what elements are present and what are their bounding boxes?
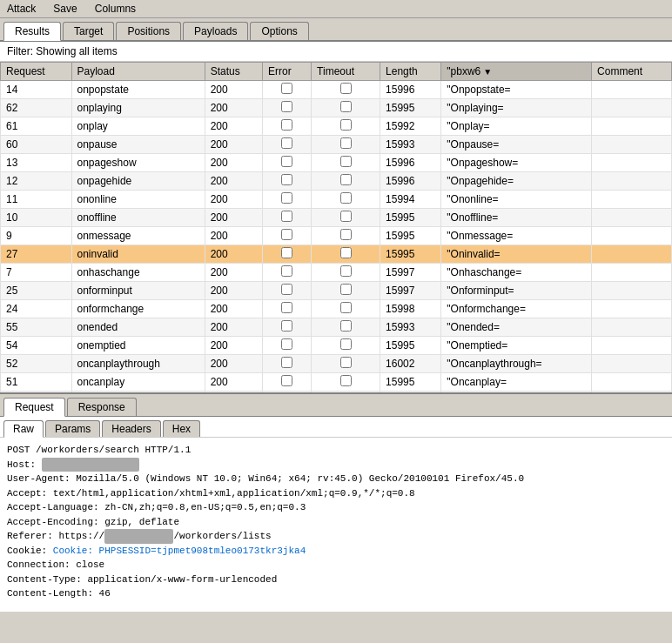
filter-text: Filter: Showing all items <box>7 45 118 57</box>
table-row[interactable]: 7onhaschange20015997"Onhaschange= <box>1 264 672 282</box>
timeout-checkbox[interactable] <box>340 192 352 204</box>
bottom-panel: Request Response Raw Params Headers Hex … <box>0 392 672 612</box>
sub-tab-response[interactable]: Response <box>67 398 137 416</box>
error-checkbox[interactable] <box>281 265 292 277</box>
host-value <box>42 458 139 472</box>
request-line-1: POST /workorders/search HTTP/1.1 <box>7 443 665 458</box>
col-status[interactable]: Status <box>205 63 262 81</box>
request-line-11: Content-Length: 46 <box>7 586 665 601</box>
inner-tab-hex[interactable]: Hex <box>163 420 200 437</box>
col-payload[interactable]: Payload <box>71 63 205 81</box>
menu-bar: Attack Save Columns <box>0 0 672 18</box>
request-body: POST /workorders/search HTTP/1.1 Host: U… <box>0 438 672 612</box>
table-row[interactable]: 51oncanplay20015995"Oncanplay= <box>1 373 672 392</box>
error-checkbox[interactable] <box>281 137 292 149</box>
timeout-checkbox[interactable] <box>340 211 352 222</box>
request-line-4: Accept: text/html,application/xhtml+xml,… <box>7 486 665 501</box>
table-header-row: Request Payload Status Error Timeout Len… <box>1 63 672 81</box>
timeout-checkbox[interactable] <box>340 119 352 131</box>
request-line-8: Cookie: Cookie: PHPSESSID=tjpmet908tmleo… <box>7 544 665 559</box>
timeout-checkbox[interactable] <box>340 375 352 386</box>
timeout-checkbox[interactable] <box>340 265 352 277</box>
error-checkbox[interactable] <box>281 192 292 204</box>
error-checkbox[interactable] <box>281 211 292 222</box>
inner-tab-params[interactable]: Params <box>45 420 100 437</box>
col-comment[interactable]: Comment <box>592 63 672 81</box>
table-row[interactable]: 24onformchange20015998"Onformchange= <box>1 300 672 318</box>
request-line-12 <box>7 601 665 613</box>
sort-arrow-icon: ▼ <box>483 67 492 77</box>
cookie-value: Cookie: PHPSESSID=tjpmet908tmleo0173tkr3… <box>53 546 306 556</box>
error-checkbox[interactable] <box>281 83 292 94</box>
tab-results[interactable]: Results <box>3 22 61 41</box>
main-tabs: Results Target Positions Payloads Option… <box>0 18 672 42</box>
timeout-checkbox[interactable] <box>340 137 352 149</box>
tab-payloads[interactable]: Payloads <box>183 22 248 40</box>
table-row[interactable]: 25onforminput20015997"Onforminput= <box>1 282 672 300</box>
timeout-checkbox[interactable] <box>340 302 352 313</box>
timeout-checkbox[interactable] <box>340 101 352 112</box>
table-row[interactable]: 54onemptied20015995"Onemptied= <box>1 337 672 355</box>
table-row[interactable]: 9onmessage20015995"Onmessage= <box>1 227 672 245</box>
request-line-7: Referer: https:// /workorders/lists <box>7 529 665 544</box>
table-row[interactable]: 27oninvalid20015995"Oninvalid= <box>1 245 672 264</box>
error-checkbox[interactable] <box>281 229 292 240</box>
error-checkbox[interactable] <box>281 156 292 167</box>
error-checkbox[interactable] <box>281 357 292 368</box>
inner-tab-raw[interactable]: Raw <box>3 420 44 438</box>
timeout-checkbox[interactable] <box>340 338 352 350</box>
timeout-checkbox[interactable] <box>340 83 352 94</box>
col-length[interactable]: Length <box>380 63 441 81</box>
request-line-6: Accept-Encoding: gzip, deflate <box>7 515 665 530</box>
menu-attack[interactable]: Attack <box>3 2 39 16</box>
results-table: Request Payload Status Error Timeout Len… <box>0 62 672 392</box>
table-row[interactable]: 10onoffline20015995"Onoffline= <box>1 209 672 227</box>
main-content: Filter: Showing all items Request Payloa… <box>0 42 672 392</box>
timeout-checkbox[interactable] <box>340 320 352 332</box>
table-row[interactable]: 52oncanplaythrough20016002"Oncanplaythro… <box>1 355 672 373</box>
error-checkbox[interactable] <box>281 375 292 386</box>
tab-options[interactable]: Options <box>250 22 308 40</box>
table-row[interactable]: 60onpause20015993"Onpause= <box>1 136 672 154</box>
timeout-checkbox[interactable] <box>340 156 352 167</box>
table-row[interactable]: 62onplaying20015995"Onplaying= <box>1 99 672 117</box>
tab-target[interactable]: Target <box>63 22 114 40</box>
error-checkbox[interactable] <box>281 320 292 332</box>
request-line-9: Connection: close <box>7 558 665 573</box>
filter-bar: Filter: Showing all items <box>0 42 672 62</box>
col-request[interactable]: Request <box>1 63 72 81</box>
request-line-10: Content-Type: application/x-www-form-url… <box>7 573 665 587</box>
sub-tabs: Request Response <box>0 394 672 417</box>
error-checkbox[interactable] <box>281 284 292 295</box>
request-line-3: User-Agent: Mozilla/5.0 (Windows NT 10.0… <box>7 472 665 486</box>
error-checkbox[interactable] <box>281 338 292 350</box>
table-row[interactable]: 11ononline20015994"Ononline= <box>1 191 672 209</box>
inner-tabs: Raw Params Headers Hex <box>0 417 672 438</box>
referer-host-value <box>104 529 173 544</box>
error-checkbox[interactable] <box>281 119 292 131</box>
table-row[interactable]: 61onplay20015992"Onplay= <box>1 117 672 136</box>
col-pbxw6[interactable]: "pbxw6▼ <box>441 63 592 81</box>
error-checkbox[interactable] <box>281 302 292 313</box>
table-row[interactable]: 12onpagehide20015996"Onpagehide= <box>1 172 672 191</box>
tab-positions[interactable]: Positions <box>116 22 181 40</box>
timeout-checkbox[interactable] <box>340 247 352 258</box>
menu-save[interactable]: Save <box>50 2 80 16</box>
col-timeout[interactable]: Timeout <box>312 63 380 81</box>
table-row[interactable]: 14onpopstate20015996"Onpopstate= <box>1 81 672 99</box>
error-checkbox[interactable] <box>281 247 292 258</box>
request-line-2: Host: <box>7 458 665 472</box>
inner-tab-headers[interactable]: Headers <box>102 420 160 437</box>
timeout-checkbox[interactable] <box>340 229 352 240</box>
timeout-checkbox[interactable] <box>340 174 352 185</box>
results-table-wrapper[interactable]: Request Payload Status Error Timeout Len… <box>0 62 672 392</box>
timeout-checkbox[interactable] <box>340 357 352 368</box>
col-error[interactable]: Error <box>263 63 312 81</box>
menu-columns[interactable]: Columns <box>91 2 139 16</box>
table-row[interactable]: 55onended20015993"Onended= <box>1 318 672 337</box>
table-row[interactable]: 13onpageshow20015996"Onpageshow= <box>1 154 672 172</box>
error-checkbox[interactable] <box>281 101 292 112</box>
error-checkbox[interactable] <box>281 174 292 185</box>
timeout-checkbox[interactable] <box>340 284 352 295</box>
sub-tab-request[interactable]: Request <box>3 398 65 417</box>
